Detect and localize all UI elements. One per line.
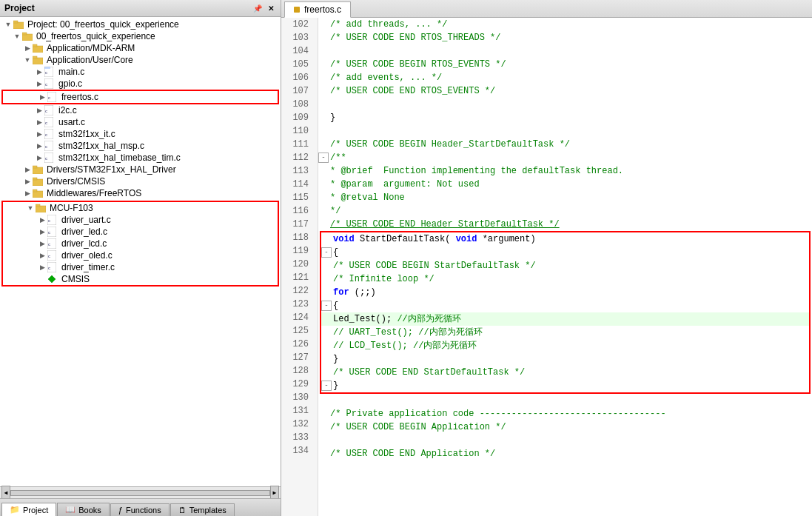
fold-123[interactable]: - bbox=[321, 301, 332, 311]
tree-item-mdk[interactable]: ▶ Application/MDK-ARM bbox=[0, 42, 281, 54]
expand-mcu[interactable]: ▼ bbox=[25, 203, 36, 213]
ln-107: 107 bbox=[281, 84, 312, 98]
file-icon-main: c bbox=[44, 67, 56, 76]
ln-102: 102 bbox=[281, 18, 312, 31]
file-dot bbox=[294, 7, 300, 13]
tab-books[interactable]: 📖 Books bbox=[57, 503, 110, 516]
code-text-117: /* USER CODE END Header_StartDefaultTask… bbox=[330, 218, 560, 231]
expand-freertos[interactable]: ▶ bbox=[37, 92, 47, 102]
code-container[interactable]: 102 103 104 105 106 107 108 109 110 111 … bbox=[281, 18, 812, 516]
tree-item-msp[interactable]: ▶ c stm32f1xx_hal_msp.c bbox=[0, 140, 281, 152]
tab-templates[interactable]: 🗒 Templates bbox=[170, 503, 235, 516]
fold-129[interactable]: - bbox=[321, 381, 332, 391]
tree-item-driver-oled[interactable]: ▶ c driver_oled.c bbox=[3, 249, 278, 261]
svg-rect-7 bbox=[33, 56, 37, 58]
tree-item-cmsis-driver[interactable]: ▶ Drivers/CMSIS bbox=[0, 175, 281, 187]
expand-driver-oled[interactable]: ▶ bbox=[37, 250, 47, 261]
code-text-124: Led_Test(); //内部为死循环 bbox=[333, 312, 461, 326]
code-text-121: /* Infinite loop */ bbox=[333, 272, 434, 286]
tree-item-proj[interactable]: ▼ 00_freertos_quick_experience bbox=[0, 30, 281, 42]
ln-123: 123 bbox=[281, 298, 312, 311]
svg-rect-30 bbox=[33, 190, 37, 192]
expand-root[interactable]: ▼ bbox=[3, 19, 13, 30]
tree-item-it[interactable]: ▶ c stm32f1xx_it.c bbox=[0, 128, 281, 140]
tree-item-driver-led[interactable]: ▶ c driver_led.c bbox=[3, 226, 278, 238]
code-text-108 bbox=[330, 98, 335, 111]
svg-rect-2 bbox=[22, 34, 33, 41]
svg-rect-1 bbox=[13, 21, 18, 23]
tree-item-root[interactable]: ▼ Project: 00_freertos_quick_experience bbox=[0, 19, 281, 30]
expand-driver-uart[interactable]: ▶ bbox=[37, 215, 47, 225]
code-text-128: /* USER CODE END StartDefaultTask */ bbox=[333, 366, 525, 379]
close-icon[interactable]: ✕ bbox=[266, 3, 276, 13]
expand-freertos-mw[interactable]: ▶ bbox=[22, 188, 33, 198]
code-text-112: /** bbox=[330, 151, 346, 164]
svg-rect-28 bbox=[33, 178, 37, 180]
tree-item-freertos-mw[interactable]: ▶ Middlewares/FreeRTOS bbox=[0, 187, 281, 199]
code-text-114: * @param argument: Not used bbox=[330, 178, 480, 191]
tree-item-cmsis[interactable]: CMSIS bbox=[3, 273, 278, 285]
expand-timebase[interactable]: ▶ bbox=[34, 153, 44, 163]
code-line-106: /* add events, ... */ bbox=[318, 71, 812, 84]
expand-driver-lcd[interactable]: ▶ bbox=[37, 238, 47, 249]
expand-usart[interactable]: ▶ bbox=[34, 117, 44, 127]
code-text-109: } bbox=[330, 111, 335, 124]
tree-item-driver-lcd[interactable]: ▶ c driver_lcd.c bbox=[3, 238, 278, 249]
expand-main[interactable]: ▶ bbox=[34, 67, 44, 77]
user-core-label: Application/User/Core bbox=[47, 55, 133, 65]
file-icon-driver-oled: c bbox=[47, 251, 59, 260]
tree-item-driver-timer[interactable]: ▶ c driver_timer.c bbox=[3, 261, 278, 273]
msp-label: stm32f1xx_hal_msp.c bbox=[58, 141, 144, 151]
ln-114: 114 bbox=[281, 178, 312, 191]
tree-item-freertos[interactable]: ▶ c freertos.c bbox=[1, 90, 279, 104]
code-text-127: } bbox=[333, 352, 338, 366]
tab-functions[interactable]: ƒ Functions bbox=[110, 503, 170, 516]
tree-item-user-core[interactable]: ▼ Application/User/Core bbox=[0, 54, 281, 66]
fold-119[interactable]: - bbox=[321, 247, 332, 258]
expand-driver-led[interactable]: ▶ bbox=[37, 227, 47, 237]
expand-proj[interactable]: ▼ bbox=[12, 31, 22, 41]
code-text-102: /* add threads, ... */ bbox=[330, 18, 447, 31]
panel-title: Project bbox=[4, 3, 35, 13]
expand-i2c[interactable]: ▶ bbox=[34, 105, 44, 115]
file-icon-driver-timer: c bbox=[47, 263, 59, 272]
expand-user-core[interactable]: ▼ bbox=[22, 55, 33, 65]
ln-103: 103 bbox=[281, 31, 312, 44]
tree-item-mcu[interactable]: ▼ MCU-F103 bbox=[3, 202, 278, 214]
tab-project[interactable]: 📁 Project bbox=[1, 503, 56, 516]
expand-gpio[interactable]: ▶ bbox=[34, 78, 44, 89]
expand-msp[interactable]: ▶ bbox=[34, 141, 44, 151]
tree-item-usart[interactable]: ▶ c usart.c bbox=[0, 116, 281, 128]
tree-item-timebase[interactable]: ▶ c stm32f1xx_hal_timebase_tim.c bbox=[0, 152, 281, 164]
code-line-133 bbox=[318, 434, 812, 447]
ln-129: 129 bbox=[281, 378, 312, 391]
tree-item-hal-driver[interactable]: ▶ Drivers/STM32F1xx_HAL_Driver bbox=[0, 164, 281, 175]
svg-text:c: c bbox=[48, 96, 50, 100]
tree-item-i2c[interactable]: ▶ c i2c.c bbox=[0, 104, 281, 116]
line-numbers: 102 103 104 105 106 107 108 109 110 111 … bbox=[281, 18, 318, 516]
expand-hal-driver[interactable]: ▶ bbox=[22, 164, 33, 175]
tree-item-gpio[interactable]: ▶ c gpio.c bbox=[0, 78, 281, 90]
code-text-129: } bbox=[333, 379, 338, 392]
expand-driver-timer[interactable]: ▶ bbox=[37, 262, 47, 272]
tree-item-main[interactable]: ▶ c main.c bbox=[0, 66, 281, 78]
ln-126: 126 bbox=[281, 338, 312, 351]
ln-121: 121 bbox=[281, 271, 312, 284]
code-area[interactable]: /* add threads, ... */ /* USER CODE END … bbox=[318, 18, 812, 516]
svg-text:c: c bbox=[48, 242, 50, 247]
tree-item-driver-uart[interactable]: ▶ c driver_uart.c bbox=[3, 214, 278, 226]
fold-112[interactable]: - bbox=[318, 153, 329, 163]
ln-110: 110 bbox=[281, 124, 312, 138]
expand-it[interactable]: ▶ bbox=[34, 129, 44, 139]
tab-templates-label: Templates bbox=[189, 506, 227, 515]
pin-icon[interactable]: 📌 bbox=[252, 3, 263, 13]
svg-text:c: c bbox=[45, 144, 47, 149]
ln-105: 105 bbox=[281, 58, 312, 71]
expand-mdk[interactable]: ▶ bbox=[22, 43, 33, 53]
code-line-124: Led_Test(); //内部为死循环 bbox=[321, 312, 809, 326]
code-line-131: /* Private application code ------------… bbox=[318, 407, 812, 420]
svg-text:c: c bbox=[45, 82, 47, 87]
tree-container[interactable]: ▼ Project: 00_freertos_quick_experience … bbox=[0, 17, 281, 486]
expand-cmsis-driver[interactable]: ▶ bbox=[22, 176, 33, 187]
editor-tab-freertos[interactable]: freertos.c bbox=[284, 1, 351, 18]
